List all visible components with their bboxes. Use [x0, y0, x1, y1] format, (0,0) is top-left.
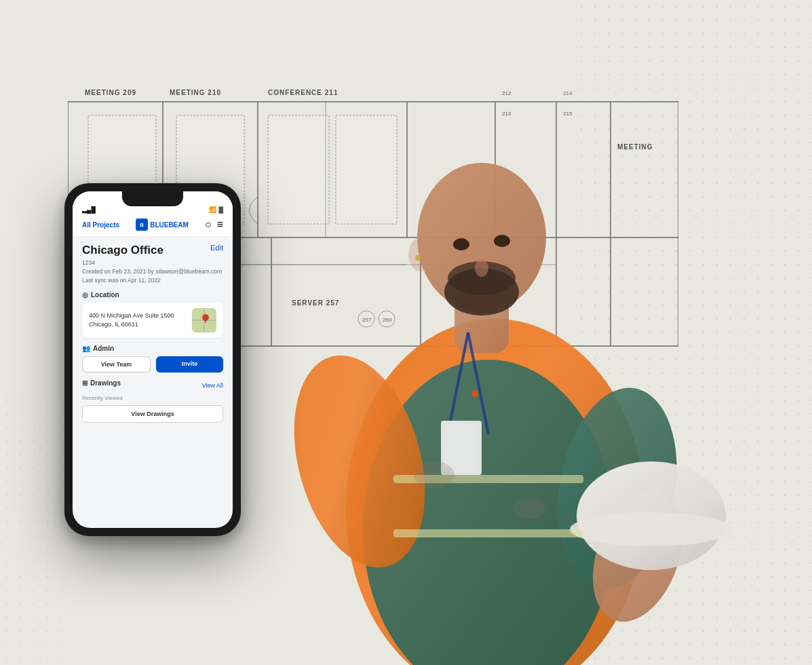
drawings-section-label: ⊞ Drawings	[82, 379, 121, 387]
battery-icon: ▓	[218, 206, 223, 213]
drawings-icon: ⊞	[82, 379, 88, 387]
user-icon[interactable]: ○	[205, 218, 212, 231]
address-line2: Chicago, IL 60611	[89, 320, 174, 330]
signal-indicator: ▂▄█	[82, 206, 96, 213]
project-created-on: Created on Feb 23, 2021 by sdawson@blueb…	[82, 267, 223, 276]
svg-text:212: 212	[502, 90, 511, 96]
svg-text:213: 213	[502, 111, 511, 117]
bluebeam-logo-text: BLUEBEAM	[150, 221, 189, 229]
edit-link[interactable]: Edit	[210, 244, 223, 252]
svg-text:257: 257	[362, 317, 372, 323]
admin-label-text: Admin	[93, 345, 114, 352]
project-title-row: Chicago Office Edit	[82, 244, 223, 257]
dot-pattern-left	[0, 394, 68, 665]
status-icons: 📶 ▓	[209, 206, 223, 213]
phone-screen: ▂▄█ 📶 ▓ All Projects B BLUEBEAM ○ ≡	[73, 191, 233, 528]
nav-icons: ○ ≡	[205, 218, 223, 231]
svg-text:214: 214	[563, 90, 573, 96]
svg-text:260: 260	[383, 317, 392, 323]
bluebeam-logo-icon: B	[136, 218, 148, 231]
drawings-section: ⊞ Drawings View All Recently Viewed View…	[82, 379, 223, 423]
project-title: Chicago Office	[82, 244, 163, 257]
svg-text:MEETING: MEETING	[617, 143, 653, 151]
location-card: 400 N Michigan Ave Suite 1500 Chicago, I…	[82, 303, 223, 338]
svg-text:215: 215	[563, 111, 573, 117]
recently-viewed-label: Recently Viewed	[82, 395, 223, 401]
view-team-button[interactable]: View Team	[82, 356, 151, 373]
invite-button[interactable]: Invite	[156, 356, 223, 373]
admin-section: 👥 Admin View Team Invite	[82, 345, 223, 373]
view-drawings-button[interactable]: View Drawings	[82, 405, 223, 423]
phone-mockup: ▂▄█ 📶 ▓ All Projects B BLUEBEAM ○ ≡	[64, 183, 241, 536]
svg-text:MEETING 209: MEETING 209	[85, 89, 136, 96]
project-id: 1234	[82, 259, 223, 267]
admin-icon: 👥	[82, 345, 90, 352]
address-line1: 400 N Michigan Ave Suite 1500	[89, 311, 174, 321]
location-address: 400 N Michigan Ave Suite 1500 Chicago, I…	[89, 311, 174, 330]
svg-text:MEETING 210: MEETING 210	[170, 89, 221, 96]
menu-icon[interactable]: ≡	[217, 218, 223, 231]
phone-frame: ▂▄█ 📶 ▓ All Projects B BLUEBEAM ○ ≡	[64, 183, 241, 536]
bluebeam-logo: B BLUEBEAM	[136, 218, 189, 231]
location-label-text: Location	[91, 291, 119, 299]
phone-content: Chicago Office Edit 1234 Created on Feb …	[73, 237, 233, 435]
phone-nav: All Projects B BLUEBEAM ○ ≡	[73, 216, 233, 237]
project-last-sync: Last sync was on Apr 11, 2022	[82, 276, 223, 285]
admin-buttons: View Team Invite	[82, 356, 223, 373]
svg-text:CONFERENCE 211: CONFERENCE 211	[268, 89, 338, 96]
admin-section-label: 👥 Admin	[82, 345, 223, 352]
svg-rect-26	[268, 115, 329, 224]
drawings-header-row: ⊞ Drawings View All	[82, 379, 223, 391]
location-icon: ◎	[82, 291, 88, 299]
all-projects-link[interactable]: All Projects	[82, 221, 119, 229]
svg-rect-27	[336, 115, 397, 224]
location-section-label: ◎ Location	[82, 291, 223, 299]
map-thumbnail[interactable]	[192, 308, 216, 332]
drawings-label-text: Drawings	[90, 379, 121, 387]
project-meta: 1234 Created on Feb 23, 2021 by sdawson@…	[82, 259, 223, 284]
view-all-link[interactable]: View All	[202, 382, 223, 389]
phone-notch	[122, 191, 183, 206]
svg-text:SERVER 257: SERVER 257	[292, 299, 339, 307]
wifi-icon: 📶	[209, 206, 216, 213]
